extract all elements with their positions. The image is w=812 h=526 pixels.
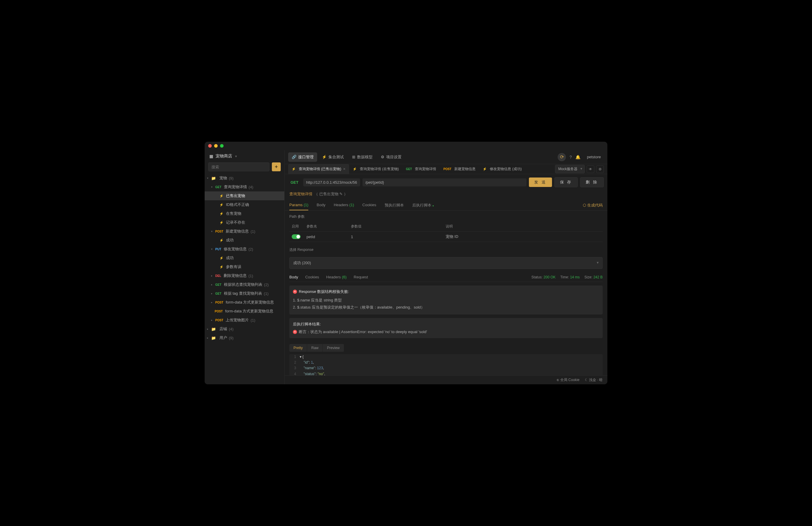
time-label: Time: 14 ms	[560, 275, 580, 279]
delete-button[interactable]: 删 除	[580, 177, 604, 187]
nav-collection-test[interactable]: ⚡集合测试	[318, 152, 347, 162]
script-result-panel: 后执行脚本结果: ✕断言：状态为 available | AssertionEr…	[289, 318, 603, 338]
tree-folder-pets[interactable]: ▾📁 宠物(9)	[205, 174, 284, 182]
grid-icon: ▦	[209, 154, 213, 159]
request-bar: GET http://127.0.0.1:4523/mock/56 /pet/{…	[285, 174, 607, 190]
nav-api-mgmt[interactable]: 🔗接口管理	[288, 152, 317, 162]
response-body[interactable]: 1▾ { 2 "id": 1, 3 "name": 123, 4 "status…	[289, 354, 603, 375]
view-raw[interactable]: Raw	[307, 344, 323, 352]
global-cookie-button[interactable]: ⊕ 全局 Cookie	[556, 377, 580, 382]
request-path[interactable]: /pet/{petId}	[362, 178, 526, 186]
link-icon: 🔗	[292, 155, 296, 159]
send-button[interactable]: 发 送	[529, 178, 552, 187]
close-window-icon[interactable]	[208, 144, 212, 148]
breadcrumb-main: 查询宠物详情	[289, 191, 313, 197]
settings-icon[interactable]: ⚙	[596, 165, 604, 173]
tree-api-update-pet[interactable]: ▾PUT修改宠物信息(2)	[205, 245, 284, 254]
resp-tab-body[interactable]: Body	[289, 275, 298, 279]
bolt-icon: ⚡	[322, 155, 327, 159]
validation-error-2: 2. $.status 应当是预设定的枚举值之一（枚举值：available、p…	[293, 304, 599, 311]
editor-tabs: ⚡查询宠物详情 (已售出宠物)✕ ⚡查询宠物详情 (在售宠物) GET查询宠物详…	[285, 164, 607, 174]
theme-button[interactable]: ☾ 浅金 · 暗	[585, 377, 603, 382]
param-value[interactable]: 1	[349, 232, 443, 242]
app-window: ▦ 宠物商店 ▼ + ▾📁 宠物(9) ▾GET查询宠物详情(4) ⚡已售出宠物…	[205, 142, 607, 384]
content-area: Path 参数 启用 参数名 参数值 说明 petId 1 宠物 ID	[285, 211, 607, 375]
env-selector[interactable]: Mock服务器	[555, 165, 585, 174]
resp-tab-cookies[interactable]: Cookies	[305, 275, 319, 279]
tree-api-find-tag[interactable]: ▸GET根据 tag 查找宠物列表(1)	[205, 289, 284, 298]
tree-case-bad-id[interactable]: ⚡ID格式不正确	[205, 200, 284, 209]
tree-api-formdata-2[interactable]: POSTform-data 方式更新宠物信息	[205, 307, 284, 316]
maximize-window-icon[interactable]	[220, 144, 223, 148]
tree-api-query-pet[interactable]: ▾GET查询宠物详情(4)	[205, 182, 284, 191]
assertion-error: 断言：状态为 available | AssertionError: expec…	[299, 329, 427, 335]
view-preview[interactable]: Preview	[323, 344, 344, 352]
sidebar: ▦ 宠物商店 ▼ + ▾📁 宠物(9) ▾GET查询宠物详情(4) ⚡已售出宠物…	[205, 150, 285, 384]
tab-create-pet[interactable]: POST新建宠物信息	[440, 164, 479, 174]
tree-api-find-status[interactable]: ▸GET根据状态查找宠物列表(2)	[205, 280, 284, 289]
tree-api-delete-pet[interactable]: ▸DEL删除宠物信息(1)	[205, 271, 284, 280]
tree-case-success-1[interactable]: ⚡成功	[205, 236, 284, 245]
eye-icon[interactable]: 👁	[586, 165, 594, 173]
tab-onsale-pet[interactable]: ⚡查询宠物详情 (在售宠物)	[349, 164, 402, 174]
subtab-pre-script[interactable]: 预执行脚本	[385, 200, 404, 210]
help-icon[interactable]: ?	[569, 155, 572, 160]
nav-settings[interactable]: ⚙项目设置	[377, 152, 405, 162]
error-icon: ✕	[293, 330, 297, 334]
response-select-label: 选择 Response	[289, 242, 603, 255]
subtab-post-script[interactable]: 后执行脚本 ●	[412, 200, 434, 210]
subtab-cookies[interactable]: Cookies	[362, 200, 376, 210]
param-desc[interactable]: 宠物 ID	[443, 232, 603, 242]
tree-folder-shop[interactable]: ▸📁 店铺(4)	[205, 325, 284, 333]
base-url: http://127.0.0.1:4523/mock/56	[303, 178, 360, 186]
tab-update-success[interactable]: ⚡修改宠物信息 (成功)	[479, 164, 525, 174]
save-button[interactable]: 保 存	[554, 177, 578, 187]
tree-case-param-err[interactable]: ⚡参数有误	[205, 262, 284, 271]
generate-code-button[interactable]: ⬡ 生成代码	[583, 202, 603, 208]
tree-api-upload[interactable]: ▸POST上传宠物图片(1)	[205, 316, 284, 325]
minimize-window-icon[interactable]	[214, 144, 218, 148]
param-enable-toggle[interactable]	[292, 234, 301, 239]
tree-case-sold[interactable]: ⚡已售出宠物	[205, 191, 284, 200]
subtab-headers[interactable]: Headers (1)	[334, 200, 354, 210]
param-row: petId 1 宠物 ID	[289, 232, 603, 242]
error-icon: ✕	[293, 290, 297, 294]
view-pretty[interactable]: Pretty	[289, 344, 307, 352]
tab-query-pet[interactable]: GET查询宠物详情	[403, 164, 440, 174]
tree-api-formdata-1[interactable]: ▸POSTform-data 方式更新宠物信息	[205, 298, 284, 307]
add-button[interactable]: +	[272, 162, 281, 171]
tree-api-create-pet[interactable]: ▾POST新建宠物信息(1)	[205, 227, 284, 236]
refresh-icon: ⟳	[560, 154, 564, 160]
subtab-body[interactable]: Body	[317, 200, 325, 210]
resp-tab-request[interactable]: Request	[353, 275, 368, 279]
search-input[interactable]	[208, 162, 270, 171]
tree-folder-user[interactable]: ▸📁 用户(9)	[205, 333, 284, 342]
close-icon[interactable]: ✕	[343, 167, 346, 171]
http-method[interactable]: GET	[288, 180, 301, 185]
param-name[interactable]: petId	[304, 232, 349, 242]
col-desc: 说明	[443, 222, 603, 232]
dropdown-icon: ▼	[234, 155, 237, 158]
project-selector[interactable]: ▦ 宠物商店 ▼	[205, 150, 284, 162]
status-label: Status: 200 OK	[532, 275, 555, 279]
bell-icon[interactable]: 🔔	[575, 155, 580, 160]
validation-panel: ✕Response 数据结构校验失败: 1. $.name 应当是 string…	[289, 285, 603, 315]
col-value: 参数值	[349, 222, 443, 232]
tree-case-onsale[interactable]: ⚡在售宠物	[205, 209, 284, 218]
nav-data-model[interactable]: ⊞数据模型	[349, 152, 376, 162]
col-name: 参数名	[304, 222, 349, 232]
subtab-params[interactable]: Params (1)	[289, 200, 308, 210]
response-select[interactable]: 成功 (200)	[289, 257, 603, 269]
breadcrumb-sub[interactable]: （ 已售出宠物 ✎ ）	[314, 191, 348, 197]
path-params-title: Path 参数	[289, 211, 603, 222]
workspace-name[interactable]: petstore	[584, 153, 604, 160]
resp-tab-headers[interactable]: Headers (6)	[327, 275, 347, 279]
tree-case-notfound[interactable]: ⚡记录不存在	[205, 218, 284, 227]
titlebar	[205, 142, 607, 150]
tab-sold-pet[interactable]: ⚡查询宠物详情 (已售出宠物)✕	[288, 164, 349, 174]
main-panel: 🔗接口管理 ⚡集合测试 ⊞数据模型 ⚙项目设置 ⟳ ? 🔔 petstore ⚡…	[285, 150, 607, 384]
tree-case-success-2[interactable]: ⚡成功	[205, 254, 284, 262]
request-subtabs: Params (1) Body Headers (1) Cookies 预执行脚…	[285, 200, 607, 211]
sync-button[interactable]: ⟳	[557, 153, 566, 161]
validation-title: Response 数据结构校验失败:	[299, 289, 349, 294]
